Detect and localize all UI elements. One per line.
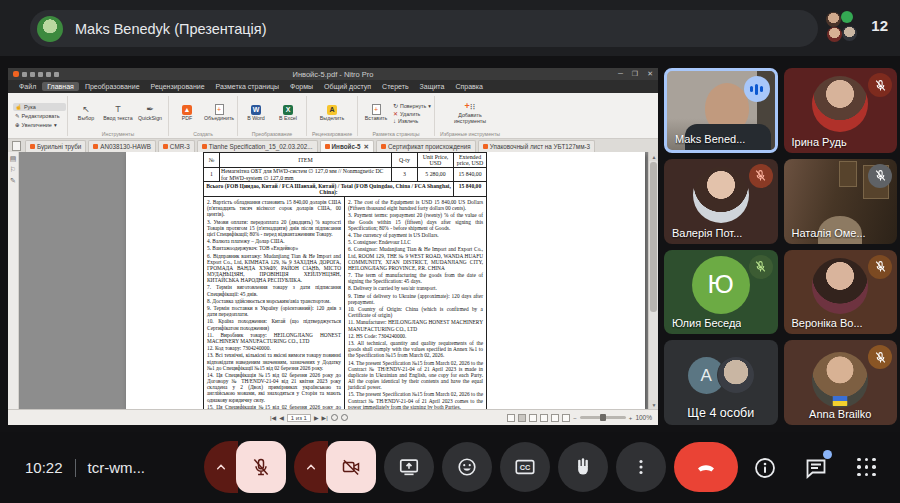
tab-forms[interactable]: Формы bbox=[285, 82, 318, 91]
doc-paragraph: 7. The term of manufacturing the goods f… bbox=[348, 272, 483, 284]
view-mode-icon[interactable] bbox=[529, 414, 537, 422]
close-button[interactable]: ✕ bbox=[647, 70, 653, 78]
zoom-in-icon[interactable]: + bbox=[629, 415, 633, 421]
tab-convert[interactable]: Преобразование bbox=[80, 82, 145, 91]
pen-icon: ✒ bbox=[145, 104, 156, 115]
doc-tab[interactable]: AN038130-HAWB bbox=[88, 140, 156, 152]
highlight-button[interactable]: AВыделить bbox=[317, 105, 347, 122]
tile-anna[interactable]: Anna Brailko bbox=[784, 340, 898, 425]
view-mode-icon[interactable] bbox=[507, 414, 515, 422]
quicksign-button[interactable]: ✒QuickSign bbox=[135, 104, 165, 122]
tile-more-participants[interactable]: A Ще 4 особи bbox=[664, 340, 778, 425]
meet-bottom-bar: 10:22 tcr-wm... CC bbox=[0, 432, 900, 503]
view-mode-icon[interactable] bbox=[540, 414, 548, 422]
select-tool-button[interactable]: ↖Выбор bbox=[71, 104, 101, 122]
participants-avatar-cluster[interactable] bbox=[826, 11, 860, 45]
doc-tab[interactable]: Сертификат происхождения bbox=[376, 140, 476, 152]
present-screen-button[interactable] bbox=[384, 442, 434, 492]
zoom-button[interactable]: ⊕Увеличение ▾ bbox=[13, 121, 66, 129]
tab-review[interactable]: Рецензирование bbox=[146, 82, 210, 91]
combine-button[interactable]: +Объединить bbox=[204, 104, 234, 122]
last-page-icon[interactable]: ▶| bbox=[322, 414, 328, 421]
tab-help[interactable]: Справка bbox=[450, 82, 487, 91]
zoom-slider[interactable] bbox=[580, 416, 626, 419]
tab-protect[interactable]: Защита bbox=[415, 82, 450, 91]
scroll-down-icon[interactable]: ▼ bbox=[649, 400, 658, 409]
present-screen-icon bbox=[398, 456, 420, 478]
doc-tab-active[interactable]: Инвойс-5✕ bbox=[320, 140, 374, 152]
prev-page-icon[interactable]: ◀ bbox=[279, 414, 284, 421]
view-mode-icon[interactable] bbox=[551, 414, 559, 422]
participant-name: Ірина Рудь bbox=[792, 136, 847, 148]
tile-iryna[interactable]: Ірина Рудь bbox=[784, 68, 898, 153]
doc-tab[interactable]: Бурильні труби bbox=[25, 140, 86, 152]
hand-tool-button[interactable]: ☝Рука bbox=[13, 103, 66, 111]
restore-button[interactable]: ❐ bbox=[632, 70, 638, 78]
insert-page-button[interactable]: +Вставить bbox=[361, 104, 391, 122]
camera-options-button[interactable] bbox=[294, 441, 328, 493]
tab-share[interactable]: Общий доступ bbox=[319, 82, 376, 91]
call-controls: CC bbox=[204, 441, 738, 493]
scroll-up-icon[interactable]: ▲ bbox=[649, 152, 658, 161]
doc-tab[interactable]: Упаковочный лист на УБТ127мм-3 bbox=[478, 140, 595, 152]
captions-button[interactable]: CC bbox=[500, 442, 550, 492]
zoom-slider-knob[interactable] bbox=[600, 414, 606, 421]
page-panel-icon[interactable] bbox=[12, 141, 21, 151]
chat-button[interactable] bbox=[803, 455, 829, 481]
delete-page-button[interactable]: ✕Удалить bbox=[393, 110, 431, 117]
rotate-view-icon[interactable] bbox=[331, 414, 338, 421]
ribbon-group-favorites: +⁝⁝Добавить инструменты Избранные инстру… bbox=[436, 94, 504, 138]
tile-maks[interactable]: Maks Bened... bbox=[664, 68, 778, 153]
close-tab-icon[interactable]: ✕ bbox=[364, 143, 369, 151]
tab-erase[interactable]: Стереть bbox=[377, 82, 413, 91]
extract-button[interactable]: ↓Извлечь bbox=[393, 118, 431, 124]
activities-button[interactable] bbox=[854, 455, 880, 481]
doc-tab[interactable]: Tianhe Specification_15_02.03.202... bbox=[197, 140, 318, 152]
create-pdf-button[interactable]: ▲PDF bbox=[172, 105, 202, 122]
vertical-scrollbar[interactable]: ▲ ▼ bbox=[648, 152, 658, 409]
view-mode-icon[interactable] bbox=[562, 414, 570, 422]
meeting-details-button[interactable] bbox=[752, 455, 778, 481]
presenter-pill[interactable]: Maks Benedyk (Презентація) bbox=[30, 10, 818, 47]
rotate-view-icon[interactable] bbox=[341, 414, 348, 421]
page-indicator[interactable]: 1 из 1 bbox=[287, 414, 311, 422]
doc-tab[interactable]: CMR-3 bbox=[158, 140, 195, 152]
doc-paragraph: 3. Умови оплати: передоплата 20 (двадцят… bbox=[207, 219, 341, 238]
tab-page-layout[interactable]: Разметка страницы bbox=[211, 82, 285, 91]
camera-off-icon bbox=[341, 457, 361, 477]
camera-off-button[interactable] bbox=[326, 441, 376, 493]
tile-nataliia[interactable]: Наталія Оме... bbox=[784, 159, 898, 244]
participant-name: Maks Bened... bbox=[675, 133, 745, 145]
tile-valeriia[interactable]: Валерія Пот... bbox=[664, 159, 778, 244]
attachments-panel-icon[interactable]: ✎ bbox=[10, 177, 16, 184]
rotate-button[interactable]: ↻Повернуть ▾ bbox=[393, 102, 431, 109]
type-text-button[interactable]: TВвод текста bbox=[103, 104, 133, 122]
group-label: Разметка страницы bbox=[370, 131, 421, 138]
doc-paragraph: 13. Всі технічні, кількісні та якісні ви… bbox=[207, 352, 341, 371]
mic-options-button[interactable] bbox=[204, 441, 238, 493]
tab-home[interactable]: Главная bbox=[42, 82, 79, 91]
bookmarks-panel-icon[interactable]: ⚐ bbox=[10, 166, 16, 173]
end-call-button[interactable] bbox=[674, 442, 738, 492]
first-page-icon[interactable]: |◀ bbox=[270, 414, 276, 421]
tab-file[interactable]: Файл bbox=[14, 82, 41, 91]
edit-button[interactable]: ✎Редактировать bbox=[13, 112, 66, 120]
scrollbar-thumb[interactable] bbox=[650, 162, 657, 312]
thumbnails-panel-icon[interactable]: ▤ bbox=[10, 155, 17, 162]
view-mode-icon[interactable] bbox=[518, 414, 526, 422]
to-word-button[interactable]: WВ Word bbox=[241, 105, 271, 122]
raise-hand-button[interactable] bbox=[558, 442, 608, 492]
more-options-button[interactable] bbox=[616, 442, 666, 492]
zoom-out-icon[interactable]: − bbox=[573, 415, 577, 421]
ribbon-tab-strip: Файл Главная Преобразование Рецензирован… bbox=[8, 80, 658, 93]
add-tools-button[interactable]: +⁝⁝Добавить инструменты bbox=[447, 101, 493, 125]
next-page-icon[interactable]: ▶ bbox=[314, 414, 319, 421]
to-excel-button[interactable]: XВ Excel bbox=[273, 105, 303, 122]
document-canvas[interactable]: № ITEM Q-ty Unit Price, USD Extended pri… bbox=[19, 152, 658, 409]
doc-paragraph: 2. The cost of the Equipment is USD 15 8… bbox=[348, 199, 483, 211]
tile-veronika[interactable]: Вероніка Во... bbox=[784, 250, 898, 335]
tile-yuliia[interactable]: Ю Юлия Беседа bbox=[664, 250, 778, 335]
mic-mute-button[interactable] bbox=[236, 441, 286, 493]
minimize-button[interactable]: ─ bbox=[618, 70, 623, 78]
reactions-button[interactable] bbox=[442, 442, 492, 492]
